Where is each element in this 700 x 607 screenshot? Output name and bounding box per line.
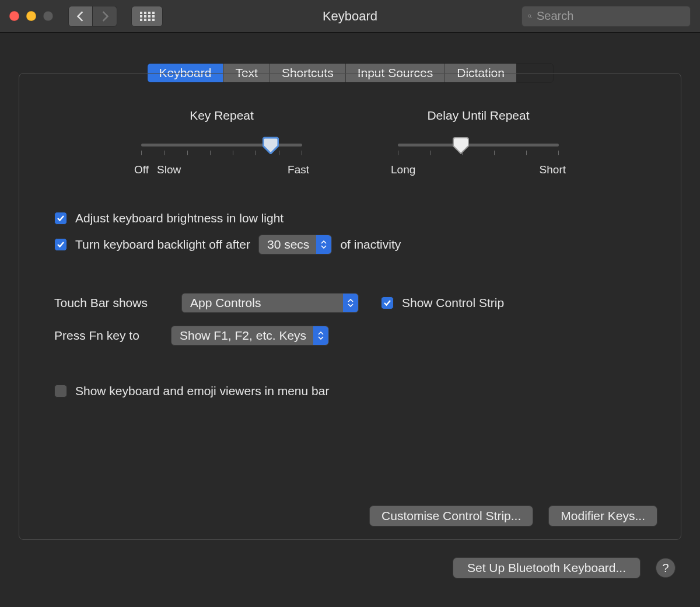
- key-repeat-slow-label: Slow: [157, 163, 181, 176]
- content: Keyboard Text Shortcuts Input Sources Di…: [0, 63, 700, 597]
- show-viewers-row: Show keyboard and emoji viewers in menu …: [54, 384, 646, 398]
- touch-bar-label: Touch Bar shows: [54, 296, 171, 310]
- check-icon: [57, 240, 65, 249]
- panel-footer: Customise Control Strip... Modifier Keys…: [54, 505, 657, 526]
- check-icon: [57, 214, 65, 222]
- backlight-off-suffix: of inactivity: [340, 238, 401, 252]
- show-viewers-label: Show keyboard and emoji viewers in menu …: [75, 384, 329, 398]
- minimize-window-button[interactable]: [26, 11, 36, 21]
- adjust-brightness-label: Adjust keyboard brightness in low light: [75, 211, 284, 225]
- delay-repeat-title: Delay Until Repeat: [391, 109, 566, 123]
- svg-rect-2: [148, 12, 150, 14]
- close-window-button[interactable]: [9, 11, 19, 21]
- modifier-keys-button[interactable]: Modifier Keys...: [548, 505, 657, 526]
- key-repeat-slider-block: Key Repeat Off Slow Fast: [134, 109, 309, 176]
- key-repeat-title: Key Repeat: [134, 109, 309, 123]
- adjust-brightness-row: Adjust keyboard brightness in low light: [54, 211, 646, 225]
- bluetooth-keyboard-button[interactable]: Set Up Bluetooth Keyboard...: [453, 557, 640, 578]
- back-button[interactable]: [68, 6, 93, 27]
- delay-repeat-slider-block: Delay Until Repeat Long Short: [391, 109, 566, 176]
- touch-bar-row: Touch Bar shows App Controls Show Contro…: [54, 293, 646, 313]
- touch-bar-select[interactable]: App Controls: [181, 293, 359, 313]
- backlight-off-prefix: Turn keyboard backlight off after: [75, 238, 250, 252]
- svg-line-13: [531, 17, 532, 18]
- svg-rect-3: [152, 12, 155, 14]
- svg-rect-1: [144, 12, 146, 14]
- customise-control-strip-button[interactable]: Customise Control Strip...: [369, 505, 533, 526]
- titlebar: Keyboard: [0, 0, 700, 33]
- forward-button[interactable]: [93, 6, 117, 27]
- help-button[interactable]: ?: [656, 558, 676, 578]
- delay-repeat-thumb[interactable]: [453, 137, 469, 154]
- key-repeat-fast-label: Fast: [288, 163, 309, 176]
- delay-repeat-short-label: Short: [540, 163, 566, 176]
- svg-rect-0: [140, 12, 142, 14]
- check-icon: [383, 299, 391, 307]
- key-repeat-labels: Off Slow Fast: [134, 163, 309, 176]
- show-all-button[interactable]: [131, 6, 163, 27]
- search-input[interactable]: [537, 9, 684, 23]
- svg-rect-9: [144, 19, 146, 21]
- touch-bar-value: App Controls: [190, 296, 261, 310]
- select-stepper-icon: [343, 294, 358, 312]
- search-icon: [528, 11, 532, 22]
- backlight-off-select[interactable]: 30 secs: [258, 235, 332, 254]
- svg-rect-11: [152, 19, 155, 21]
- delay-repeat-long-label: Long: [391, 163, 415, 176]
- key-repeat-off-label: Off: [134, 163, 149, 176]
- svg-rect-4: [140, 15, 142, 18]
- svg-rect-7: [152, 15, 155, 18]
- grid-icon: [139, 11, 155, 22]
- select-stepper-icon: [316, 235, 331, 254]
- backlight-off-row: Turn keyboard backlight off after 30 sec…: [54, 235, 646, 254]
- show-viewers-checkbox[interactable]: [54, 385, 67, 397]
- control-strip-label: Show Control Strip: [402, 296, 504, 310]
- below-panel: Set Up Bluetooth Keyboard... ?: [19, 557, 681, 578]
- svg-rect-10: [148, 19, 150, 21]
- backlight-off-checkbox[interactable]: [54, 238, 67, 251]
- backlight-off-value: 30 secs: [267, 238, 309, 252]
- fn-key-label: Press Fn key to: [54, 329, 160, 343]
- svg-point-12: [528, 15, 531, 17]
- fn-key-row: Press Fn key to Show F1, F2, etc. Keys: [54, 326, 646, 346]
- key-repeat-slider[interactable]: [134, 138, 309, 152]
- traffic-lights: [9, 11, 53, 21]
- zoom-window-button[interactable]: [43, 11, 53, 21]
- svg-rect-6: [148, 15, 150, 18]
- sliders-row: Key Repeat Off Slow Fast Del: [54, 109, 646, 176]
- adjust-brightness-checkbox[interactable]: [54, 212, 67, 225]
- settings-panel: Key Repeat Off Slow Fast Del: [19, 73, 681, 540]
- key-repeat-thumb[interactable]: [262, 137, 279, 154]
- nav-buttons: [68, 6, 117, 27]
- svg-rect-5: [144, 15, 146, 18]
- control-strip-checkbox[interactable]: [381, 296, 394, 309]
- svg-rect-8: [140, 19, 142, 21]
- delay-repeat-labels: Long Short: [391, 163, 566, 176]
- select-stepper-icon: [313, 326, 328, 345]
- delay-repeat-slider[interactable]: [391, 138, 566, 152]
- fn-key-value: Show F1, F2, etc. Keys: [180, 329, 306, 343]
- fn-key-select[interactable]: Show F1, F2, etc. Keys: [171, 326, 329, 346]
- search-field[interactable]: [522, 6, 691, 27]
